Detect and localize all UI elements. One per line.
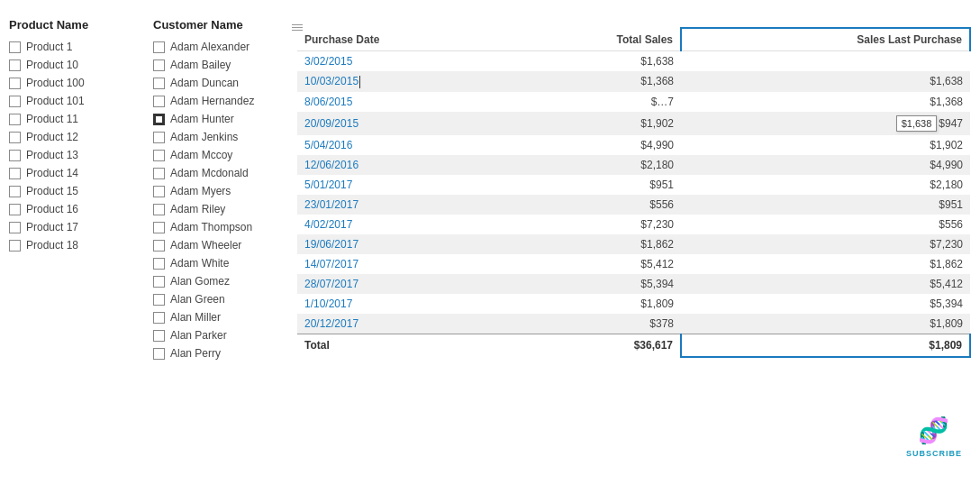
customer-item-label: Adam Hunter bbox=[170, 113, 234, 125]
product-item-label: Product 11 bbox=[26, 113, 78, 125]
customer-filter-item[interactable]: Alan Miller bbox=[153, 309, 279, 325]
customer-filter-item[interactable]: Alan Gomez bbox=[153, 273, 279, 289]
customer-filter-item[interactable]: Alan Parker bbox=[153, 327, 279, 343]
product-item-label: Product 10 bbox=[26, 59, 78, 71]
product-checkbox[interactable] bbox=[9, 41, 21, 53]
product-filter-item[interactable]: Product 18 bbox=[9, 237, 135, 253]
customer-checkbox[interactable] bbox=[153, 186, 165, 197]
dna-icon: 🧬 bbox=[918, 416, 949, 445]
product-checkbox[interactable] bbox=[9, 96, 21, 107]
cell-date: 28/07/2017 bbox=[297, 274, 511, 294]
product-checkbox[interactable] bbox=[9, 222, 21, 233]
product-filter-item[interactable]: Product 13 bbox=[9, 147, 135, 163]
customer-checkbox[interactable] bbox=[153, 258, 165, 270]
customer-checkbox[interactable] bbox=[153, 168, 165, 179]
customer-filter-item[interactable]: Adam Wheeler bbox=[153, 237, 279, 253]
table-header-row: Purchase Date Total Sales Sales Last Pur… bbox=[297, 28, 970, 51]
customer-checkbox[interactable] bbox=[153, 294, 165, 306]
product-filter-item[interactable]: Product 10 bbox=[9, 57, 135, 73]
resize-lines-icon bbox=[292, 24, 303, 31]
table-row: 12/06/2016$2,180$4,990 bbox=[297, 155, 970, 175]
customer-filter-item[interactable]: Adam White bbox=[153, 255, 279, 271]
customer-filter-item[interactable]: Adam Myers bbox=[153, 183, 279, 199]
customer-checkbox[interactable] bbox=[153, 330, 165, 342]
cell-sales-last: $4,990 bbox=[681, 155, 970, 175]
product-filter-item[interactable]: Product 15 bbox=[9, 183, 135, 199]
cell-date: 20/09/2015 bbox=[297, 112, 511, 135]
col-header-date: Purchase Date bbox=[297, 28, 511, 51]
product-filter-item[interactable]: Product 17 bbox=[9, 219, 135, 235]
product-checkbox[interactable] bbox=[9, 168, 21, 179]
customer-filter-item[interactable]: Adam Bailey bbox=[153, 57, 279, 73]
customer-item-label: Adam Hernandez bbox=[170, 95, 254, 107]
customer-filter-item[interactable]: Adam Duncan bbox=[153, 75, 279, 91]
product-filter-title: Product Name bbox=[9, 18, 135, 32]
customer-checkbox[interactable] bbox=[153, 276, 165, 288]
customer-checkbox[interactable] bbox=[153, 41, 165, 53]
product-checkbox[interactable] bbox=[9, 59, 21, 71]
data-table-area: Purchase Date Total Sales Sales Last Pur… bbox=[297, 18, 971, 476]
cursor bbox=[359, 76, 367, 88]
product-item-label: Product 15 bbox=[26, 185, 78, 197]
product-filter-item[interactable]: Product 11 bbox=[9, 111, 135, 127]
cell-date: 14/07/2017 bbox=[297, 254, 511, 274]
data-table: Purchase Date Total Sales Sales Last Pur… bbox=[297, 27, 971, 358]
cell-date: 12/06/2016 bbox=[297, 155, 511, 175]
customer-filter-item[interactable]: Adam Mcdonald bbox=[153, 165, 279, 181]
customer-checkbox[interactable] bbox=[153, 150, 165, 161]
customer-item-label: Adam Mccoy bbox=[170, 149, 232, 161]
product-checkbox[interactable] bbox=[9, 132, 21, 143]
customer-checkbox[interactable] bbox=[153, 312, 165, 324]
customer-filter-item[interactable]: Adam Mccoy bbox=[153, 147, 279, 163]
cell-sales-last bbox=[681, 51, 970, 72]
cell-sales-last: $1,638 bbox=[681, 71, 970, 92]
customer-checkbox[interactable] bbox=[153, 204, 165, 215]
product-filter-item[interactable]: Product 100 bbox=[9, 75, 135, 91]
product-filter-item[interactable]: Product 16 bbox=[9, 201, 135, 217]
product-filter-item[interactable]: Product 101 bbox=[9, 93, 135, 109]
cell-total-sales: $1,902 bbox=[511, 112, 681, 135]
customer-filter-item[interactable]: Adam Thompson bbox=[153, 219, 279, 235]
product-filter-item[interactable]: Product 12 bbox=[9, 129, 135, 145]
customer-checkbox[interactable] bbox=[153, 222, 165, 233]
customer-filter-item[interactable]: Adam Hernandez bbox=[153, 93, 279, 109]
customer-item-label: Alan Miller bbox=[170, 311, 221, 324]
customer-filter-item[interactable]: Adam Alexander bbox=[153, 39, 279, 55]
customer-filter-item[interactable]: Adam Jenkins bbox=[153, 129, 279, 145]
customer-checkbox[interactable] bbox=[153, 132, 165, 143]
product-filter-panel: Product Name Product 1Product 10Product … bbox=[9, 18, 135, 476]
customer-checkbox[interactable] bbox=[153, 59, 165, 71]
resize-handle[interactable] bbox=[293, 18, 302, 36]
cell-date: 5/04/2016 bbox=[297, 135, 511, 155]
product-checkbox[interactable] bbox=[9, 240, 21, 252]
product-checkbox[interactable] bbox=[9, 114, 21, 125]
cell-date: 19/06/2017 bbox=[297, 234, 511, 254]
cell-sales-last: $5,412 bbox=[681, 274, 970, 294]
customer-item-label: Adam Duncan bbox=[170, 77, 239, 89]
product-checkbox[interactable] bbox=[9, 204, 21, 215]
product-filter-list: Product 1Product 10Product 100Product 10… bbox=[9, 39, 135, 253]
product-filter-item[interactable]: Product 1 bbox=[9, 39, 135, 55]
table-row: 23/01/2017$556$951 bbox=[297, 195, 970, 215]
product-checkbox[interactable] bbox=[9, 150, 21, 161]
table-row: 5/01/2017$951$2,180 bbox=[297, 175, 970, 195]
cell-sales-last: $951 bbox=[681, 195, 970, 215]
product-filter-item[interactable]: Product 14 bbox=[9, 165, 135, 181]
customer-filter-item[interactable]: Alan Green bbox=[153, 291, 279, 307]
customer-checkbox[interactable] bbox=[153, 240, 165, 252]
customer-checkbox[interactable] bbox=[153, 78, 165, 89]
customer-checkbox[interactable] bbox=[153, 348, 165, 360]
customer-filter-item[interactable]: Adam Hunter bbox=[153, 111, 279, 127]
customer-item-label: Adam Mcdonald bbox=[170, 167, 249, 179]
customer-checkbox[interactable] bbox=[153, 114, 165, 125]
table-footer-row: Total $36,617 $1,809 bbox=[297, 334, 970, 357]
product-checkbox[interactable] bbox=[9, 78, 21, 89]
customer-filter-item[interactable]: Alan Perry bbox=[153, 345, 279, 361]
product-checkbox[interactable] bbox=[9, 186, 21, 197]
customer-item-label: Adam White bbox=[170, 257, 229, 270]
customer-checkbox[interactable] bbox=[153, 96, 165, 107]
table-row: 20/12/2017$378$1,809 bbox=[297, 314, 970, 334]
customer-item-label: Alan Gomez bbox=[170, 275, 230, 288]
product-item-label: Product 16 bbox=[26, 203, 78, 215]
customer-filter-item[interactable]: Adam Riley bbox=[153, 201, 279, 217]
